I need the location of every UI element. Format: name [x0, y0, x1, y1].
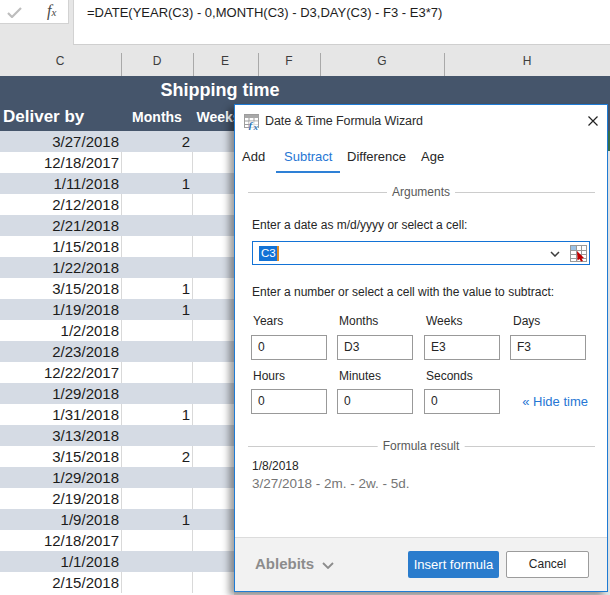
svg-text:x: x: [253, 122, 259, 131]
